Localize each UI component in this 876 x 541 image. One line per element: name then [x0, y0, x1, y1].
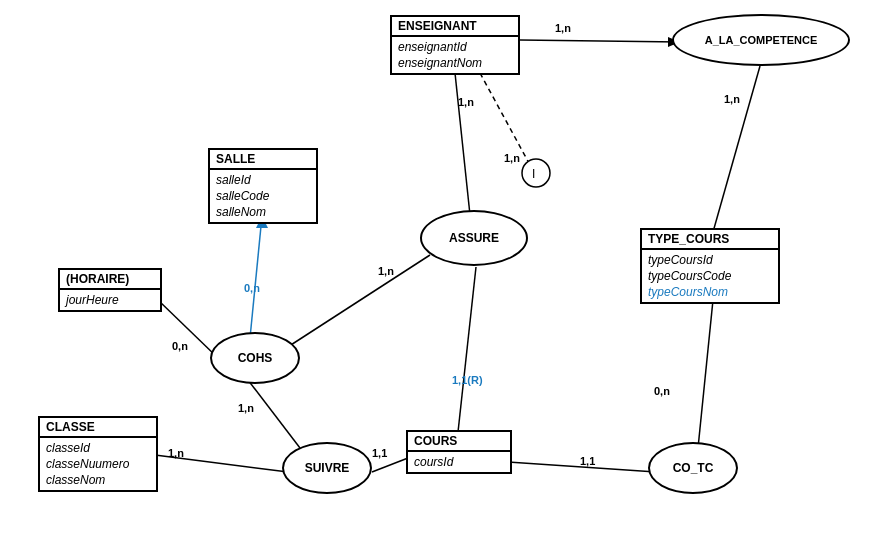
type-cours-title: TYPE_COURS — [642, 230, 778, 250]
salle-attr-1: salleId — [216, 172, 310, 188]
horaire-title: (HORAIRE) — [60, 270, 160, 290]
type-cours-attr-3: typeCoursNom — [648, 284, 772, 300]
card-ens-assure: 1,n — [458, 96, 474, 108]
cours-title: COURS — [408, 432, 510, 452]
horaire-entity: (HORAIRE) jourHeure — [58, 268, 162, 312]
svg-text:I: I — [532, 167, 535, 181]
card-alc-tc: 1,n — [724, 93, 740, 105]
card-ens-alc: 1,n — [555, 22, 571, 34]
a-la-competence-label: A_LA_COMPETENCE — [705, 34, 817, 46]
svg-line-15 — [372, 458, 408, 472]
horaire-attr-1: jourHeure — [66, 292, 154, 308]
a-la-competence-relation: A_LA_COMPETENCE — [672, 14, 850, 66]
co-tc-label: CO_TC — [673, 461, 714, 475]
classe-attr-1: classeId — [46, 440, 150, 456]
salle-entity: SALLE salleId salleCode salleNom — [208, 148, 318, 224]
card-assure-cours: 1,1(R) — [452, 374, 483, 386]
enseignant-title: ENSEIGNANT — [392, 17, 518, 37]
card-cohs-salle: 0,n — [244, 282, 260, 294]
type-cours-attr-2: typeCoursCode — [648, 268, 772, 284]
svg-line-6 — [713, 66, 760, 232]
card-suivre-classe: 1,n — [168, 447, 184, 459]
assure-label: ASSURE — [449, 231, 499, 245]
cohs-relation: COHS — [210, 332, 300, 384]
suivre-relation: SUIVRE — [282, 442, 372, 494]
salle-attr-3: salleNom — [216, 204, 310, 220]
cours-attr-1: coursId — [414, 454, 504, 470]
diagram: I ENSEIGNANT enseign — [0, 0, 876, 541]
enseignant-attr-2: enseignantNom — [398, 55, 512, 71]
svg-line-7 — [698, 300, 713, 448]
type-cours-attr-1: typeCoursId — [648, 252, 772, 268]
svg-line-10 — [250, 216, 262, 338]
suivre-label: SUIVRE — [305, 461, 350, 475]
card-assure-cohs: 1,n — [378, 265, 394, 277]
svg-line-8 — [458, 267, 476, 432]
enseignant-attr-1: enseignantId — [398, 39, 512, 55]
salle-title: SALLE — [210, 150, 316, 170]
svg-line-13 — [248, 380, 300, 448]
cohs-label: COHS — [238, 351, 273, 365]
assure-relation: ASSURE — [420, 210, 528, 266]
card-cohs-suivre: 1,n — [238, 402, 254, 414]
enseignant-entity: ENSEIGNANT enseignantId enseignantNom — [390, 15, 520, 75]
svg-line-0 — [520, 40, 680, 42]
card-cours-cotc: 1,1 — [580, 455, 595, 467]
classe-attr-3: classeNom — [46, 472, 150, 488]
salle-attr-2: salleCode — [216, 188, 310, 204]
card-suivre-cours: 1,1 — [372, 447, 387, 459]
svg-point-4 — [522, 159, 550, 187]
card-tc-cotc: 0,n — [654, 385, 670, 397]
svg-line-9 — [280, 255, 430, 352]
svg-line-12 — [158, 300, 218, 358]
card-horaire-cohs: 0,n — [172, 340, 188, 352]
cours-entity: COURS coursId — [406, 430, 512, 474]
classe-attr-2: classeNuumero — [46, 456, 150, 472]
type-cours-entity: TYPE_COURS typeCoursId typeCoursCode typ… — [640, 228, 780, 304]
svg-line-2 — [455, 73, 470, 215]
classe-title: CLASSE — [40, 418, 156, 438]
classe-entity: CLASSE classeId classeNuumero classeNom — [38, 416, 158, 492]
co-tc-relation: CO_TC — [648, 442, 738, 494]
card-isa: 1,n — [504, 152, 520, 164]
